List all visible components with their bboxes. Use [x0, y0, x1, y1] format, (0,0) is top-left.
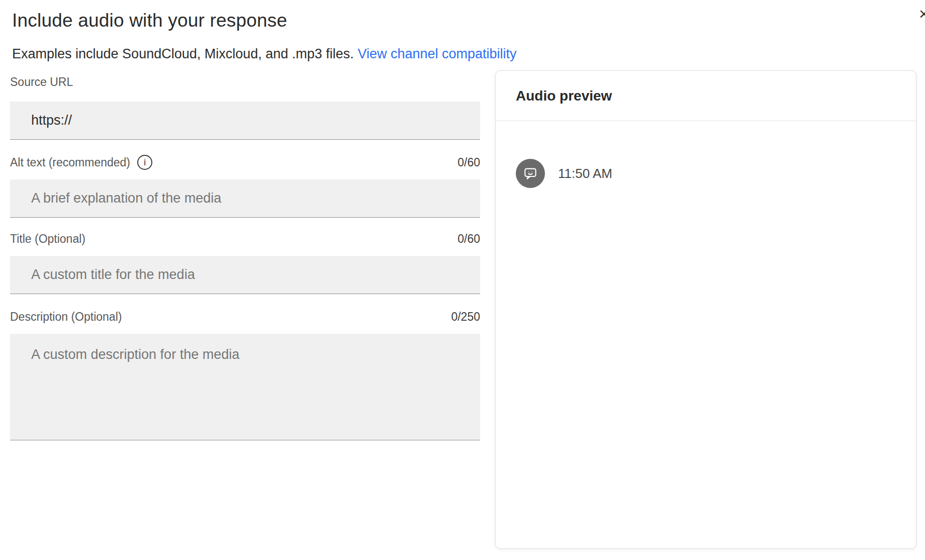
page-title: Include audio with your response [12, 10, 287, 31]
audio-preview-header: Audio preview [496, 71, 916, 121]
view-channel-compatibility-link[interactable]: View channel compatibility [357, 46, 516, 61]
audio-preview-body: 11:50 AM [496, 121, 916, 188]
alt-text-counter: 0/60 [457, 156, 480, 169]
alt-text-input[interactable] [10, 179, 480, 218]
alt-text-label: Alt text (recommended) i [10, 155, 152, 170]
close-icon[interactable]: × [919, 5, 925, 22]
title-label: Title (Optional) [10, 232, 85, 246]
description-label: Description (Optional) [10, 310, 122, 324]
avatar [516, 159, 545, 188]
audio-preview-card: Audio preview 11:50 AM [495, 70, 916, 549]
title-counter: 0/60 [457, 232, 480, 246]
alt-text-label-row: Alt text (recommended) i 0/60 [10, 155, 480, 170]
description-counter: 0/250 [451, 310, 480, 324]
source-url-label: Source URL [10, 75, 73, 89]
subtitle-text: Examples include SoundCloud, Mixcloud, a… [12, 46, 357, 61]
alt-text-label-text: Alt text (recommended) [10, 156, 130, 169]
title-label-row: Title (Optional) 0/60 [10, 232, 480, 246]
timestamp: 11:50 AM [558, 166, 612, 181]
audio-preview-title: Audio preview [516, 88, 896, 104]
info-icon[interactable]: i [137, 155, 152, 170]
page-subtitle: Examples include SoundCloud, Mixcloud, a… [12, 46, 517, 62]
description-label-row: Description (Optional) 0/250 [10, 310, 480, 324]
title-input[interactable] [10, 256, 480, 294]
source-url-label-row: Source URL [10, 75, 480, 89]
source-url-input[interactable] [10, 102, 480, 140]
chat-smiley-icon [522, 165, 538, 181]
audio-form: Source URL Alt text (recommended) i 0/60… [10, 75, 480, 440]
description-textarea[interactable] [10, 334, 480, 440]
